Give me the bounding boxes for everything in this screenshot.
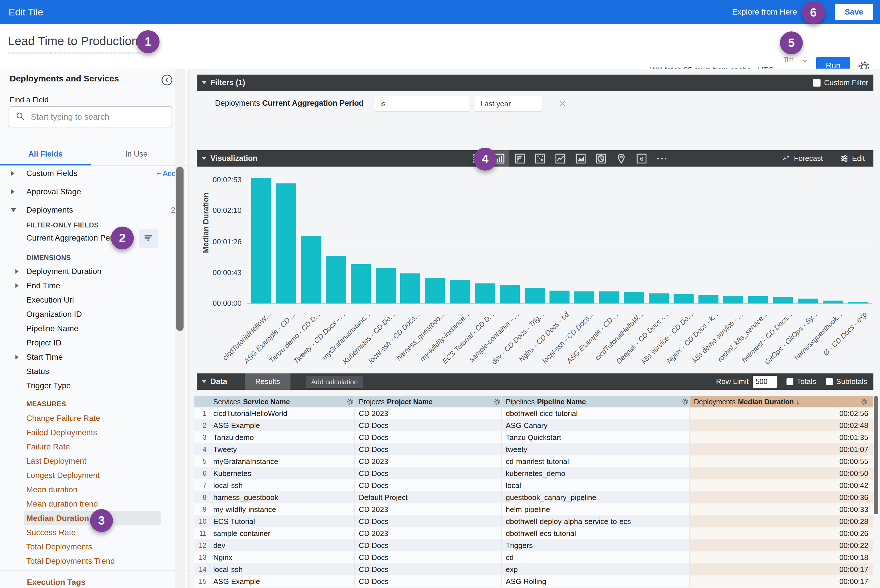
row-limit-input[interactable] — [753, 376, 777, 388]
cell-median-duration[interactable]: 00:01:35 — [690, 431, 873, 443]
dimension-item-end-time[interactable]: End Time — [24, 279, 161, 293]
cell-median-duration[interactable]: 00:00:17 — [690, 575, 873, 587]
cell-median-duration[interactable]: 00:00:17 — [690, 563, 873, 575]
cell-service[interactable]: Tanzu demo — [209, 431, 355, 443]
cell-service[interactable]: myGrafanaInstance — [209, 455, 355, 467]
explore-from-here-link[interactable]: Explore from Here — [732, 8, 797, 16]
bar-13[interactable] — [549, 291, 570, 303]
timezone-label-partial[interactable]: Tim — [783, 56, 794, 63]
bar-20[interactable] — [724, 296, 743, 304]
cell-pipeline[interactable]: ASG Rolling — [502, 575, 690, 587]
cell-pipeline[interactable]: dbothwell-ecs-tutorial — [502, 527, 690, 539]
viz-icon-more[interactable] — [655, 152, 669, 166]
bar-10[interactable] — [475, 284, 495, 303]
tab-in-use[interactable]: In Use — [91, 143, 182, 165]
cell-pipeline[interactable]: Triggers — [502, 539, 690, 551]
bar-15[interactable] — [599, 291, 619, 304]
cell-service[interactable]: ASG Example — [209, 575, 355, 587]
viz-icon-line[interactable] — [553, 152, 567, 166]
dimension-item-deployment-duration[interactable]: Deployment Duration — [24, 264, 161, 279]
bar-18[interactable] — [674, 294, 693, 304]
column-header-median-duration[interactable]: DeploymentsMedian Duration ↓ — [690, 396, 873, 407]
bar-19[interactable] — [698, 295, 719, 303]
bar-14[interactable] — [575, 291, 594, 304]
bar-1[interactable] — [251, 178, 271, 303]
tile-title-editable[interactable]: Lead Time to Production — [8, 34, 140, 53]
cell-service[interactable]: Tweety — [209, 443, 355, 455]
column-header-project-name[interactable]: ProjectsProject Name — [355, 396, 502, 407]
dimension-item-pipeline-name[interactable]: Pipeline Name — [24, 321, 161, 336]
cell-median-duration[interactable]: 00:00:28 — [690, 515, 873, 527]
measure-item-failure-rate[interactable]: Failure Rate — [24, 440, 161, 454]
cell-pipeline[interactable]: cd — [502, 551, 690, 563]
viz-icon-map[interactable] — [614, 152, 629, 166]
cell-service[interactable]: local-ssh — [209, 479, 355, 491]
cell-service[interactable]: Kubernetes — [209, 467, 355, 479]
column-header-service-name[interactable]: ServicesService Name — [209, 396, 355, 407]
cell-pipeline[interactable]: helm-pipeline — [502, 503, 690, 515]
filters-section-bar[interactable]: Filters (1) Custom Filter — [197, 75, 873, 91]
viz-icon-pie[interactable] — [594, 152, 608, 166]
subtotals-checkbox[interactable] — [826, 378, 833, 385]
sidebar-group-approval-stage[interactable]: Approval Stage — [0, 183, 175, 201]
bar-8[interactable] — [425, 278, 445, 303]
bar-4[interactable] — [326, 256, 346, 304]
cell-median-duration[interactable]: 00:00:42 — [690, 479, 873, 491]
cell-project[interactable]: CD Docs — [355, 467, 502, 479]
sidebar-group-deployments[interactable]: Deployments 2 — [0, 201, 175, 219]
cell-project[interactable]: CD Docs — [355, 539, 502, 551]
viz-icon-scatter[interactable] — [533, 152, 547, 166]
cell-pipeline[interactable]: dbothwell-deploy-alpha-service-to-ecs — [502, 515, 690, 527]
bar-23[interactable] — [798, 298, 818, 304]
cell-service[interactable]: ASG Example — [209, 419, 355, 431]
dimension-item-start-time[interactable]: Start Time — [24, 350, 161, 364]
caret-right-icon[interactable] — [15, 269, 19, 274]
caret-right-icon[interactable] — [15, 355, 19, 359]
measure-item-total-deployments[interactable]: Total Deployments — [24, 540, 161, 554]
cell-median-duration[interactable]: 00:00:36 — [690, 491, 873, 503]
totals-checkbox[interactable] — [787, 378, 793, 385]
cell-project[interactable]: CD Docs — [355, 563, 502, 575]
dimension-item-organization-id[interactable]: Organization ID — [24, 307, 161, 321]
cell-project[interactable]: CD Docs — [355, 575, 502, 587]
bar-5[interactable] — [351, 264, 371, 304]
measure-item-total-deployments-trend[interactable]: Total Deployments Trend — [24, 554, 161, 568]
measure-item-mean-duration-trend[interactable]: Mean duration trend — [24, 497, 161, 511]
dimension-item-trigger-type[interactable]: Trigger Type — [24, 379, 161, 393]
sidebar-scrollbar-thumb[interactable] — [176, 166, 184, 331]
dimension-item-project-id[interactable]: Project ID — [24, 336, 161, 350]
gear-icon[interactable] — [681, 398, 689, 406]
cell-service[interactable]: cicdTutorialHelloWorld — [209, 407, 355, 419]
collapse-sidebar-icon[interactable] — [161, 74, 173, 87]
cell-pipeline[interactable]: Tanzu Quickstart — [502, 431, 690, 443]
filter-value-select[interactable]: Last year — [475, 96, 542, 112]
filter-operator-select[interactable]: is — [375, 96, 469, 112]
cell-project[interactable]: CD Docs — [355, 419, 502, 431]
cell-service[interactable]: Nginx — [209, 551, 355, 563]
measure-item-longest-deployment[interactable]: Longest Deployment — [24, 468, 161, 483]
measure-item-mean-duration[interactable]: Mean duration — [24, 483, 161, 497]
tab-all-fields[interactable]: All Fields — [0, 143, 91, 165]
cell-service[interactable]: my-wildfly-instance — [209, 503, 355, 515]
table-scrollbar-thumb[interactable] — [874, 396, 878, 514]
bar-12[interactable] — [525, 288, 545, 303]
cell-median-duration[interactable]: 00:00:55 — [690, 455, 873, 467]
remove-filter-icon[interactable]: × — [559, 98, 566, 109]
cell-project[interactable]: CD 2023 — [355, 503, 502, 515]
search-input[interactable] — [30, 112, 154, 122]
bar-11[interactable] — [500, 285, 520, 303]
cell-pipeline[interactable]: tweety — [502, 443, 690, 455]
cell-pipeline[interactable]: exp — [502, 563, 690, 575]
bar-6[interactable] — [376, 268, 396, 303]
cell-median-duration[interactable]: 00:00:26 — [690, 527, 873, 539]
gear-icon[interactable] — [860, 398, 868, 406]
viz-icon-bar[interactable] — [513, 152, 527, 166]
bar-7[interactable] — [400, 273, 420, 303]
bar-16[interactable] — [624, 292, 644, 303]
cell-service[interactable]: sample-container — [209, 527, 355, 539]
cell-service[interactable]: ECS Tutorial — [209, 515, 355, 527]
column-header-pipeline-name[interactable]: PipelinesPipeline Name — [502, 396, 690, 407]
data-section-bar[interactable]: Data Results Add calculation Row Limit T… — [197, 374, 873, 390]
cell-median-duration[interactable]: 00:00:22 — [690, 539, 873, 551]
cell-project[interactable]: CD 2023 — [355, 455, 502, 467]
